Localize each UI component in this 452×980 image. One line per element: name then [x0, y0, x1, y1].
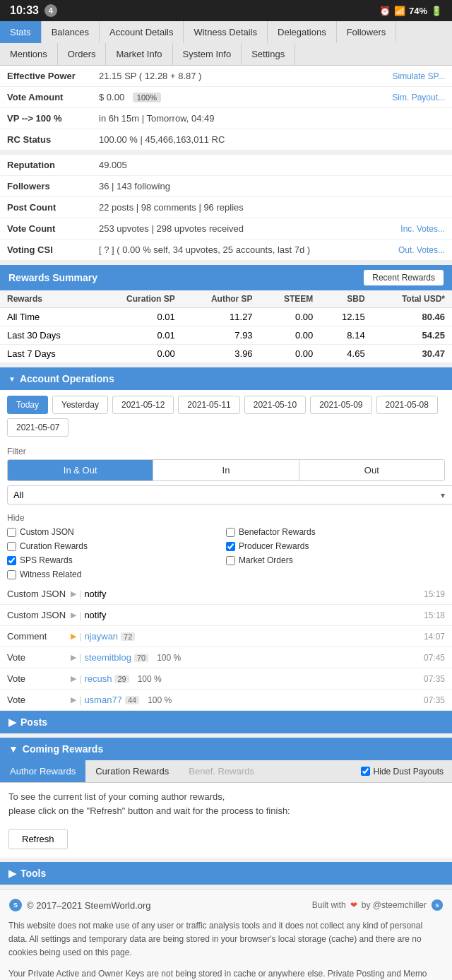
op-type-label: Comment: [7, 631, 71, 642]
refresh-button[interactable]: Refresh: [8, 829, 68, 849]
rewards-col-curation: Curation SP: [95, 290, 182, 308]
date-button[interactable]: 2021-05-09: [310, 396, 371, 414]
date-button[interactable]: Yesterday: [52, 396, 108, 414]
curation-rewards-tab[interactable]: Curation Rewards: [85, 760, 179, 782]
hide-label: Hide: [7, 513, 445, 523]
footer-right: Built with ❤ by @steemchiller S: [312, 899, 444, 911]
date-button[interactable]: 2021-05-07: [7, 418, 69, 437]
date-button[interactable]: 2021-05-10: [244, 396, 306, 414]
rewards-row-steem: 0.00: [260, 308, 321, 326]
out-votes-button[interactable]: Out. Votes...: [398, 245, 445, 255]
tab-market-info[interactable]: Market Info: [106, 43, 172, 65]
op-time: 15:19: [424, 589, 445, 599]
steem-logo-icon: S: [8, 898, 23, 912]
op-time: 07:45: [424, 653, 445, 663]
date-button[interactable]: 2021-05-12: [112, 396, 174, 414]
author-rewards-tab[interactable]: Author Rewards: [0, 760, 85, 782]
hide-option-benefactor-rewards[interactable]: Benefactor Rewards: [226, 527, 445, 537]
rewards-row: Last 7 Days 0.00 3.96 0.00 4.65 30.47: [0, 345, 452, 363]
filter-tab-in[interactable]: In: [153, 460, 299, 480]
account-operations-header[interactable]: ▼ Account Operations: [0, 367, 452, 390]
op-type-label: Custom JSON: [7, 589, 71, 599]
hide-option-curation-rewards[interactable]: Curation Rewards: [7, 541, 226, 551]
tab-stats[interactable]: Stats: [0, 21, 42, 43]
rc-status-value: 100.00 % | 45,466,163,011 RC: [99, 134, 445, 145]
inc-votes-button[interactable]: Inc. Votes...: [400, 224, 445, 234]
post-count-label: Post Count: [7, 202, 99, 213]
op-badge: 29: [114, 675, 129, 683]
checkbox-grid: Custom JSONBenefactor RewardsCuration Re…: [7, 527, 445, 579]
date-button[interactable]: 2021-05-08: [376, 396, 438, 414]
post-count-value: 22 posts | 98 comments | 96 replies: [99, 202, 445, 213]
footer: S © 2017–2021 SteemWorld.org Built with …: [0, 889, 452, 980]
rewards-row-curation: 0.00: [95, 345, 182, 363]
vote-count-value: 253 upvotes | 298 upvotes received: [99, 223, 400, 234]
op-link[interactable]: steemitblog: [84, 652, 131, 663]
tab-system-info[interactable]: System Info: [173, 43, 242, 65]
op-percent: 100 %: [138, 674, 162, 684]
effective-power-label: Effective Power: [7, 71, 99, 81]
operation-row: Vote▶|usman7744100 %07:35: [0, 690, 452, 711]
svg-text:S: S: [435, 902, 439, 909]
hide-dust-checkbox[interactable]: [361, 767, 370, 776]
filter-tab-in-and-out[interactable]: In & Out: [8, 460, 153, 480]
rewards-row-label: All Time: [0, 308, 95, 326]
footer-built-with: Built with: [312, 900, 346, 910]
tools-header[interactable]: ▶ Tools: [0, 862, 452, 885]
refresh-text1: To see the current list of your coming a…: [8, 791, 225, 802]
hide-option-producer-rewards[interactable]: Producer Rewards: [226, 541, 445, 551]
hide-option-witness-related[interactable]: Witness Related: [7, 569, 226, 579]
posts-collapse-icon: ▶: [8, 716, 16, 728]
refresh-info: To see the current list of your coming a…: [0, 783, 452, 825]
op-arrow-icon: ▶: [71, 589, 76, 598]
rewards-row-curation: 0.01: [95, 308, 182, 326]
sim-payout-button[interactable]: Sim. Payout...: [392, 93, 445, 102]
op-link[interactable]: njaywan: [84, 631, 118, 642]
op-link[interactable]: usman77: [84, 695, 121, 705]
notification-badge: 4: [44, 4, 57, 17]
posts-title: Posts: [20, 716, 47, 728]
alarm-icon: ⏰: [379, 6, 391, 16]
tab-mentions[interactable]: Mentions: [0, 43, 58, 65]
tab-settings[interactable]: Settings: [242, 43, 295, 65]
date-button[interactable]: 2021-05-11: [178, 396, 239, 414]
rewards-row-label: Last 7 Days: [0, 345, 95, 363]
tab-delegations[interactable]: Delegations: [268, 21, 337, 43]
rewards-row: All Time 0.01 11.27 0.00 12.15 80.46: [0, 308, 452, 326]
effective-power-row: Effective Power 21.15 SP ( 12.28 + 8.87 …: [0, 66, 452, 87]
followers-label: Followers: [7, 181, 99, 191]
simulate-sp-button[interactable]: Simulate SP...: [393, 71, 445, 81]
filter-dropdown[interactable]: All: [7, 485, 452, 504]
status-icons: ⏰ 📶 74% 🔋: [379, 6, 442, 16]
op-type-label: Vote: [7, 695, 71, 705]
tab-orders[interactable]: Orders: [58, 43, 107, 65]
hide-option-market-orders[interactable]: Market Orders: [226, 555, 445, 565]
rewards-row-author: 3.96: [182, 345, 260, 363]
status-bar: 10:33 4 ⏰ 📶 74% 🔋: [0, 0, 452, 21]
filter-tab-out[interactable]: Out: [299, 460, 444, 480]
rewards-row: Last 30 Days 0.01 7.93 0.00 8.14 54.25: [0, 326, 452, 345]
posts-section-header[interactable]: ▶ Posts: [0, 711, 452, 733]
rewards-col-label: Rewards: [0, 290, 95, 308]
hide-dust-label[interactable]: Hide Dust Payouts: [374, 767, 444, 777]
coming-rewards-header[interactable]: ▼ Coming Rewards: [0, 738, 452, 760]
hide-option-custom-json[interactable]: Custom JSON: [7, 527, 226, 537]
op-arrow-icon: ▶: [71, 653, 76, 662]
dropdown-row: All ▾: [0, 481, 452, 509]
followers-row: Followers 36 | 143 following: [0, 176, 452, 197]
date-button[interactable]: Today: [7, 396, 48, 414]
op-link[interactable]: recush: [84, 673, 112, 684]
hide-option-sps-rewards[interactable]: SPS Rewards: [7, 555, 226, 565]
rewards-row-author: 7.93: [182, 326, 260, 345]
hide-dust-container: Hide Dust Payouts: [352, 761, 452, 782]
tab-account-details[interactable]: Account Details: [100, 21, 184, 43]
tab-balances[interactable]: Balances: [42, 21, 100, 43]
tab-witness-details[interactable]: Witness Details: [184, 21, 268, 43]
status-time: 10:33: [10, 4, 39, 17]
reputation-row: Reputation 49.005: [0, 155, 452, 176]
recent-rewards-button[interactable]: Recent Rewards: [364, 270, 444, 285]
tab-followers[interactable]: Followers: [337, 21, 397, 43]
operations-list: Custom JSON▶|notify15:19Custom JSON▶|not…: [0, 584, 452, 711]
operation-row: Custom JSON▶|notify15:19: [0, 584, 452, 605]
rewards-row-sbd: 8.14: [320, 326, 371, 345]
